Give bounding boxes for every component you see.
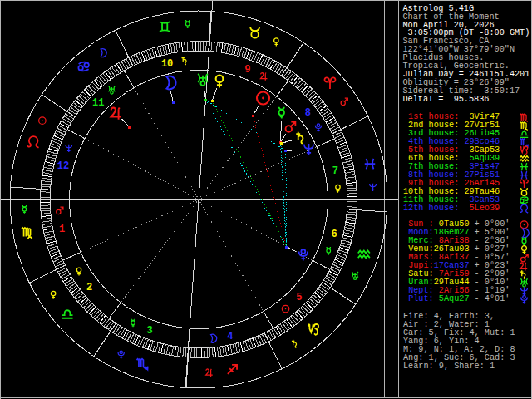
svg-text:1: 1	[59, 224, 65, 235]
svg-text:2: 2	[86, 282, 92, 293]
svg-text:5: 5	[296, 292, 302, 303]
svg-text:6: 6	[331, 229, 337, 240]
svg-text:8: 8	[305, 107, 311, 119]
svg-text:9: 9	[244, 64, 250, 76]
svg-text:7: 7	[332, 165, 338, 177]
svg-text:12: 12	[57, 160, 69, 172]
svg-text:10: 10	[161, 58, 173, 70]
svg-text:11: 11	[92, 97, 104, 109]
svg-text:3: 3	[146, 325, 152, 337]
svg-text:4: 4	[227, 331, 233, 342]
